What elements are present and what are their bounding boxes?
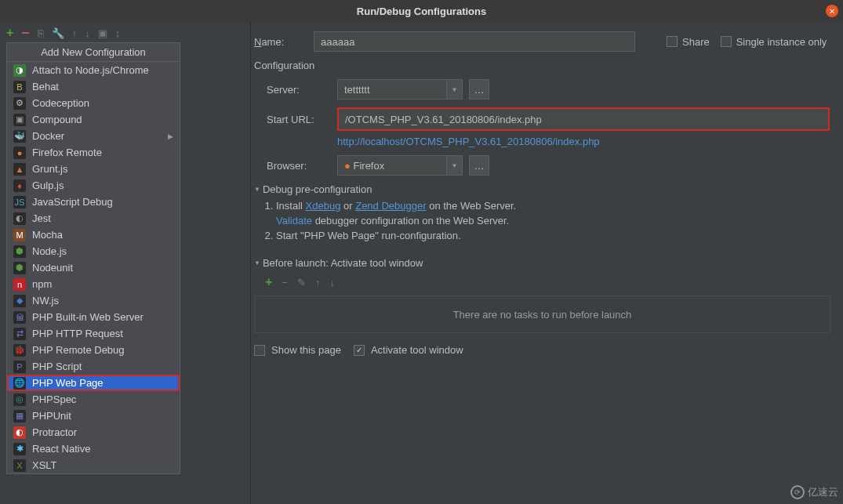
settings-icon[interactable]: 🔧	[52, 27, 64, 39]
resolved-url-link[interactable]: http://localhost/OTCMS_PHP_V3.61_2018080…	[337, 136, 600, 147]
config-type-label: Attach to Node.js/Chrome	[32, 64, 149, 76]
config-type-label: JavaScript Debug	[32, 196, 113, 208]
config-type-behat[interactable]: BBehat	[7, 78, 180, 95]
config-type-protractor[interactable]: ◐Protractor	[7, 424, 180, 441]
server-combo[interactable]: tetttttt ▼	[337, 79, 463, 100]
config-type-php-remote-debug[interactable]: 🐞PHP Remote Debug	[7, 342, 180, 358]
config-type-icon: ◎	[13, 393, 26, 406]
share-checkbox[interactable]	[667, 36, 678, 47]
config-type-php-built-in-web-server[interactable]: 🏛PHP Built-in Web Server	[7, 309, 180, 325]
config-type-javascript-debug[interactable]: JSJavaScript Debug	[7, 194, 180, 210]
browser-more-button[interactable]: …	[469, 155, 489, 176]
config-type-icon: ▣	[13, 114, 26, 126]
show-page-label: Show this page	[271, 344, 341, 356]
name-label: Name:	[251, 36, 314, 48]
config-type-label: Behat	[32, 81, 59, 92]
config-type-label: Docker	[32, 130, 64, 142]
config-type-attach-to-node-js-chrome[interactable]: ◑Attach to Node.js/Chrome	[7, 62, 180, 78]
chevron-right-icon: ▶	[168, 132, 173, 140]
config-type-label: PHPSpec	[32, 393, 76, 405]
up-icon[interactable]: ↑	[72, 27, 78, 39]
config-type-icon: P	[13, 361, 26, 373]
config-type-icon: ♦	[13, 179, 26, 192]
config-type-icon: 🌐	[13, 377, 26, 390]
window-title: Run/Debug Configurations	[357, 5, 486, 17]
share-label: Share	[682, 36, 710, 48]
chevron-down-icon[interactable]: ▼	[447, 155, 463, 176]
main-content: + − ⎘ 🔧 ↑ ↓ ▣ ↕ Add New Configuration ◑A…	[0, 22, 843, 504]
config-type-react-native[interactable]: ✱React Native	[7, 441, 180, 457]
copy-icon[interactable]: ⎘	[38, 27, 44, 39]
debug-pre-config-header[interactable]: ▼ Debug pre-configuration	[254, 183, 834, 195]
config-type-nw-js[interactable]: ◆NW.js	[7, 292, 180, 309]
watermark-icon: ⟳	[790, 485, 805, 499]
config-type-label: Protractor	[32, 426, 77, 438]
start-url-input[interactable]	[339, 109, 828, 129]
config-type-icon: ▦	[13, 410, 26, 422]
config-type-grunt-js[interactable]: ▲Grunt.js	[7, 161, 180, 177]
config-type-php-script[interactable]: PPHP Script	[7, 358, 180, 375]
config-type-label: Node.js	[32, 245, 67, 257]
config-type-label: Compound	[32, 114, 82, 125]
config-type-nodeunit[interactable]: ⬢Nodeunit	[7, 259, 180, 276]
browser-combo[interactable]: ● Firefox ▼	[337, 155, 463, 176]
chevron-down-icon[interactable]: ▼	[447, 79, 463, 100]
left-panel: + − ⎘ 🔧 ↑ ↓ ▣ ↕ Add New Configuration ◑A…	[0, 22, 251, 504]
remove-icon[interactable]: −	[21, 25, 30, 42]
single-instance-checkbox[interactable]	[721, 36, 732, 47]
config-type-icon: 🏛	[13, 311, 26, 324]
config-type-codeception[interactable]: ⚙Codeception	[7, 95, 180, 111]
config-type-icon: 🐳	[13, 130, 26, 143]
watermark: ⟳ 亿速云	[790, 485, 838, 499]
config-type-label: Gulp.js	[32, 179, 64, 191]
config-type-firefox-remote[interactable]: ●Firefox Remote	[7, 144, 180, 161]
config-type-mocha[interactable]: MMocha	[7, 227, 180, 243]
step-2: Start "PHP Web Page" run-configuration.	[276, 228, 834, 243]
up-icon: ↑	[315, 277, 321, 288]
expand-icon: ▼	[254, 259, 260, 267]
add-task-icon[interactable]: +	[265, 275, 272, 289]
close-icon[interactable]: ✕	[826, 5, 838, 17]
before-launch-toolbar: + − ✎ ↑ ↓	[251, 272, 834, 292]
no-tasks-panel: There are no tasks to run before launch	[254, 296, 830, 333]
config-type-icon: ⇄	[13, 328, 26, 340]
config-type-npm[interactable]: nnpm	[7, 276, 180, 292]
config-type-label: PHP Remote Debug	[32, 344, 125, 356]
validate-link[interactable]: Validate	[276, 215, 312, 227]
remove-task-icon: −	[282, 277, 288, 288]
popup-header: Add New Configuration	[7, 43, 180, 62]
config-type-docker[interactable]: 🐳Docker▶	[7, 128, 180, 144]
config-type-gulp-js[interactable]: ♦Gulp.js	[7, 177, 180, 194]
config-type-jest[interactable]: ◐Jest	[7, 210, 180, 227]
config-type-label: PHPUnit	[32, 410, 71, 422]
add-icon[interactable]: +	[6, 26, 13, 40]
config-type-label: Jest	[32, 212, 51, 224]
config-type-icon: ◑	[13, 64, 26, 77]
down-icon[interactable]: ↓	[85, 27, 90, 39]
config-type-label: XSLT	[32, 459, 57, 471]
server-more-button[interactable]: …	[469, 79, 489, 100]
expand-icon: ▼	[254, 186, 260, 193]
xdebug-link[interactable]: Xdebug	[306, 200, 341, 212]
activate-tw-checkbox[interactable]: ✓	[354, 345, 365, 356]
config-type-phpspec[interactable]: ◎PHPSpec	[7, 391, 180, 408]
configuration-header: Configuration	[254, 60, 834, 71]
zend-link[interactable]: Zend Debugger	[355, 200, 426, 212]
config-type-php-web-page[interactable]: 🌐PHP Web Page	[7, 375, 180, 391]
config-type-icon: ●	[13, 147, 26, 159]
start-url-label: Start URL:	[267, 114, 337, 125]
config-type-xslt[interactable]: XXSLT	[7, 457, 180, 473]
config-type-label: Codeception	[32, 97, 89, 109]
before-launch-header[interactable]: ▼ Before launch: Activate tool window	[254, 257, 834, 269]
sort-icon[interactable]: ↕	[115, 27, 121, 39]
folder-icon[interactable]: ▣	[98, 27, 107, 39]
config-type-label: PHP Web Page	[32, 377, 104, 389]
config-type-compound[interactable]: ▣Compound	[7, 111, 180, 128]
config-type-php-http-request[interactable]: ⇄PHP HTTP Request	[7, 325, 180, 342]
name-input[interactable]	[314, 31, 635, 52]
config-type-phpunit[interactable]: ▦PHPUnit	[7, 408, 180, 424]
config-type-icon: ✱	[13, 443, 26, 455]
config-type-icon: JS	[13, 196, 26, 208]
show-page-checkbox[interactable]	[254, 345, 265, 356]
config-type-node-js[interactable]: ⬢Node.js	[7, 243, 180, 259]
